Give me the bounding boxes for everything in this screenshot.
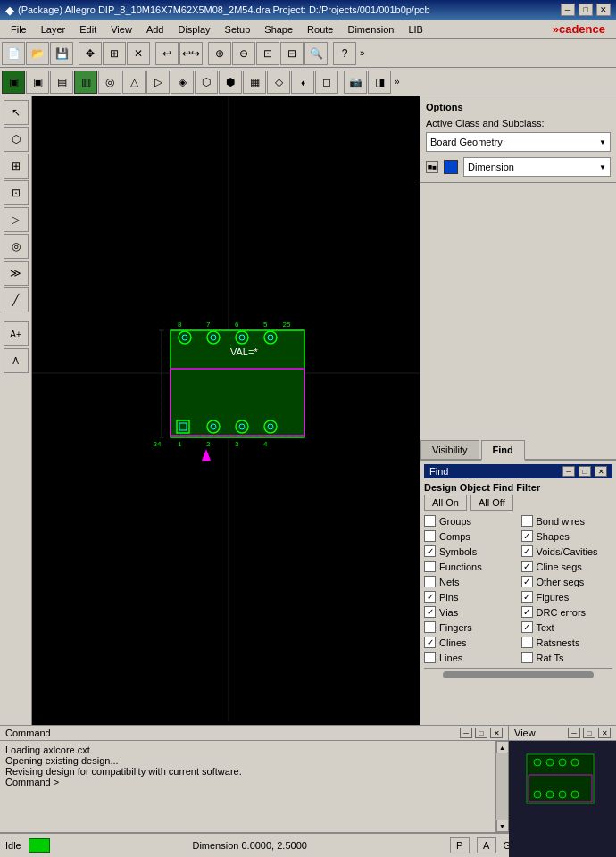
tb2-panel[interactable]: ◨ xyxy=(368,71,391,94)
tb-redo[interactable]: ↩↩ xyxy=(179,42,203,65)
cmd-close[interactable]: ✕ xyxy=(490,728,503,738)
menu-lib[interactable]: LIB xyxy=(401,22,430,37)
tab-find[interactable]: Find xyxy=(481,440,525,461)
cb-fingers[interactable] xyxy=(424,621,436,633)
menu-display[interactable]: Display xyxy=(171,22,217,37)
view-maximize[interactable]: □ xyxy=(583,728,595,738)
tb-copy[interactable]: ⊞ xyxy=(103,42,126,65)
cb-shapes[interactable] xyxy=(521,530,533,542)
subclass-checkbox[interactable]: ■ xyxy=(426,161,438,173)
all-on-button[interactable]: All On xyxy=(424,495,467,511)
tb-zoom-fit[interactable]: ⊡ xyxy=(256,42,279,65)
tb2-1[interactable]: ▣ xyxy=(2,71,25,94)
scroll-track[interactable] xyxy=(496,753,509,820)
find-maximize[interactable]: □ xyxy=(579,466,591,477)
cb-lines[interactable] xyxy=(424,652,436,663)
menu-edit[interactable]: Edit xyxy=(72,22,104,37)
menu-file[interactable]: File xyxy=(4,22,34,37)
tb2-3[interactable]: ▤ xyxy=(50,71,73,94)
cb-functions[interactable] xyxy=(424,561,436,572)
tool-1[interactable]: ⬡ xyxy=(4,127,29,152)
tb2-13[interactable]: ⬧ xyxy=(291,71,314,94)
tb-new[interactable]: 📄 xyxy=(2,42,25,65)
tb-zoom-area[interactable]: ⊟ xyxy=(280,42,304,65)
tool-3[interactable]: ⊡ xyxy=(4,180,29,205)
subclass-dropdown[interactable]: Dimension ▼ xyxy=(463,157,611,177)
menu-shape[interactable]: Shape xyxy=(257,22,300,37)
tb2-14[interactable]: ◻ xyxy=(315,71,338,94)
tool-5[interactable]: ◎ xyxy=(4,234,29,259)
cb-groups[interactable] xyxy=(424,515,436,527)
cb-ratsnests[interactable] xyxy=(521,637,533,648)
tb2-2[interactable]: ▣ xyxy=(26,71,49,94)
all-off-button[interactable]: All Off xyxy=(470,495,513,511)
minimize-button[interactable]: ─ xyxy=(561,4,575,16)
view-canvas[interactable] xyxy=(509,741,616,857)
cb-bond-wires[interactable] xyxy=(521,515,533,527)
cb-text[interactable] xyxy=(521,621,533,633)
command-scrollbar[interactable]: ▲ ▼ xyxy=(495,741,508,832)
tb2-camera[interactable]: 📷 xyxy=(344,71,367,94)
tb2-9[interactable]: ⬡ xyxy=(195,71,218,94)
menu-setup[interactable]: Setup xyxy=(218,22,258,37)
cb-vias[interactable] xyxy=(424,606,436,618)
tb2-11[interactable]: ▦ xyxy=(243,71,266,94)
cmd-maximize[interactable]: □ xyxy=(475,728,487,738)
find-minimize[interactable]: ─ xyxy=(562,466,575,477)
scroll-up-btn[interactable]: ▲ xyxy=(496,741,509,753)
tb2-5[interactable]: ◎ xyxy=(98,71,121,94)
cb-voids[interactable] xyxy=(521,545,533,557)
tab-visibility[interactable]: Visibility xyxy=(420,440,479,459)
cb-nets[interactable] xyxy=(424,576,436,587)
cmd-minimize[interactable]: ─ xyxy=(460,728,472,738)
tb-undo[interactable]: ↩ xyxy=(155,42,179,65)
tool-text-a[interactable]: A+ xyxy=(4,321,29,346)
cb-figures[interactable] xyxy=(521,591,533,603)
cb-pins[interactable] xyxy=(424,591,436,603)
tb-save[interactable]: 💾 xyxy=(50,42,73,65)
tool-line[interactable]: ╱ xyxy=(4,287,29,312)
tb-more-1[interactable]: » xyxy=(357,48,368,58)
menu-add[interactable]: Add xyxy=(139,22,171,37)
tool-4[interactable]: ▷ xyxy=(4,207,29,232)
cb-rat-ts[interactable] xyxy=(521,652,533,663)
menu-route[interactable]: Route xyxy=(300,22,340,37)
class-dropdown[interactable]: Board Geometry ▼ xyxy=(426,132,611,152)
cb-other-segs[interactable] xyxy=(521,576,533,587)
tb-zoom-out[interactable]: ⊖ xyxy=(232,42,255,65)
tb-move[interactable]: ✥ xyxy=(79,42,102,65)
a-button[interactable]: A xyxy=(477,837,496,853)
find-close[interactable]: ✕ xyxy=(595,466,607,477)
tb2-4[interactable]: ▥ xyxy=(74,71,97,94)
tool-text-b[interactable]: A xyxy=(4,348,29,373)
menu-dimension[interactable]: Dimension xyxy=(340,22,401,37)
tb2-8[interactable]: ◈ xyxy=(171,71,194,94)
tool-2[interactable]: ⊞ xyxy=(4,154,29,179)
menu-layer[interactable]: Layer xyxy=(34,22,73,37)
tb2-6[interactable]: △ xyxy=(122,71,146,94)
find-scroll-bar[interactable] xyxy=(424,668,612,680)
canvas-area[interactable]: VAL=* xyxy=(32,96,420,725)
tb-zoom-prev[interactable]: 🔍 xyxy=(304,42,328,65)
tb-zoom-in[interactable]: ⊕ xyxy=(208,42,231,65)
p-button[interactable]: P xyxy=(450,837,470,853)
tb-open[interactable]: 📂 xyxy=(26,42,49,65)
tb2-10[interactable]: ⬢ xyxy=(219,71,242,94)
cb-clines[interactable] xyxy=(424,637,436,648)
cb-cline-segs[interactable] xyxy=(521,561,533,572)
view-minimize[interactable]: ─ xyxy=(568,728,580,738)
tb-more-2[interactable]: » xyxy=(392,77,403,87)
cb-symbols[interactable] xyxy=(424,545,436,557)
tool-select[interactable]: ↖ xyxy=(4,100,29,125)
tb-delete[interactable]: ✕ xyxy=(127,42,150,65)
tb2-12[interactable]: ◇ xyxy=(267,71,290,94)
menu-view[interactable]: View xyxy=(104,22,139,37)
cb-drc-errors[interactable] xyxy=(521,606,533,618)
view-close[interactable]: ✕ xyxy=(598,728,611,738)
cb-comps[interactable] xyxy=(424,530,436,542)
close-button[interactable]: ✕ xyxy=(596,4,611,16)
maximize-button[interactable]: □ xyxy=(579,4,593,16)
tool-6[interactable]: ≫ xyxy=(4,261,29,286)
tb-help[interactable]: ? xyxy=(333,42,356,65)
tb2-7[interactable]: ▷ xyxy=(146,71,170,94)
